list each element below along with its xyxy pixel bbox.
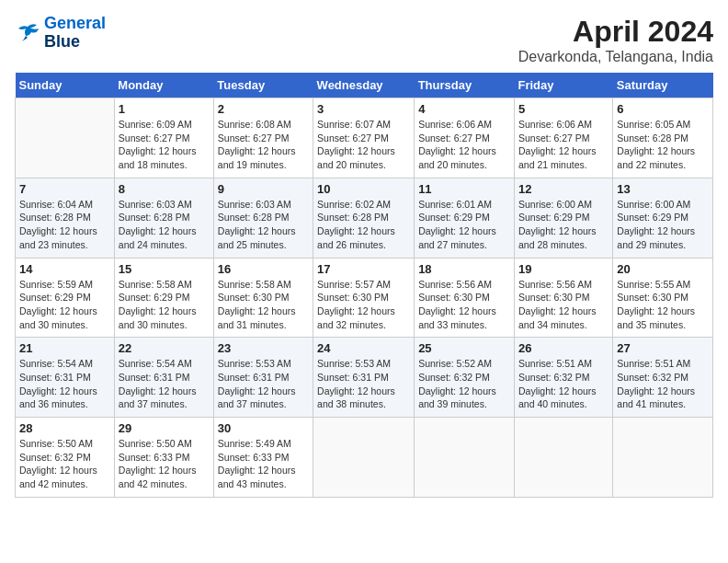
day-number: 26 (518, 341, 609, 355)
calendar-subtitle: Devarkonda, Telangana, India (518, 49, 713, 65)
calendar-cell: 12 Sunrise: 6:00 AMSunset: 6:29 PMDaylig… (514, 178, 612, 258)
day-info: Sunrise: 6:09 AMSunset: 6:27 PMDaylight:… (119, 118, 210, 172)
calendar-cell: 17 Sunrise: 5:57 AMSunset: 6:30 PMDaylig… (313, 258, 415, 338)
day-info: Sunrise: 6:04 AMSunset: 6:28 PMDaylight:… (19, 198, 110, 252)
day-number: 8 (119, 182, 210, 196)
calendar-cell: 24 Sunrise: 5:53 AMSunset: 6:31 PMDaylig… (313, 338, 415, 418)
calendar-cell: 1 Sunrise: 6:09 AMSunset: 6:27 PMDayligh… (114, 98, 213, 178)
logo: GeneralBlue (15, 15, 106, 52)
day-info: Sunrise: 5:51 AMSunset: 6:32 PMDaylight:… (617, 357, 709, 411)
day-info: Sunrise: 5:52 AMSunset: 6:32 PMDaylight:… (418, 357, 510, 411)
day-info: Sunrise: 6:07 AMSunset: 6:27 PMDaylight:… (317, 118, 410, 172)
day-info: Sunrise: 6:02 AMSunset: 6:28 PMDaylight:… (317, 198, 410, 252)
day-number: 11 (418, 182, 510, 196)
day-number: 3 (317, 102, 410, 116)
calendar-cell: 29 Sunrise: 5:50 AMSunset: 6:33 PMDaylig… (114, 418, 213, 498)
calendar-cell (415, 418, 515, 498)
calendar-cell: 22 Sunrise: 5:54 AMSunset: 6:31 PMDaylig… (114, 338, 213, 418)
day-info: Sunrise: 5:59 AMSunset: 6:29 PMDaylight:… (19, 278, 110, 332)
day-number: 23 (218, 341, 309, 355)
day-info: Sunrise: 5:50 AMSunset: 6:32 PMDaylight:… (19, 437, 110, 491)
day-number: 22 (119, 341, 210, 355)
logo-icon (15, 23, 40, 43)
weekday-header-monday: Monday (114, 73, 213, 98)
calendar-cell: 23 Sunrise: 5:53 AMSunset: 6:31 PMDaylig… (213, 338, 313, 418)
calendar-cell: 5 Sunrise: 6:06 AMSunset: 6:27 PMDayligh… (514, 98, 612, 178)
day-info: Sunrise: 5:55 AMSunset: 6:30 PMDaylight:… (617, 278, 709, 332)
day-info: Sunrise: 5:58 AMSunset: 6:29 PMDaylight:… (119, 278, 210, 332)
day-info: Sunrise: 6:06 AMSunset: 6:27 PMDaylight:… (518, 118, 609, 172)
day-number: 14 (19, 262, 110, 276)
day-number: 20 (617, 262, 709, 276)
calendar-cell: 26 Sunrise: 5:51 AMSunset: 6:32 PMDaylig… (514, 338, 612, 418)
day-info: Sunrise: 6:01 AMSunset: 6:29 PMDaylight:… (418, 198, 510, 252)
calendar-cell: 16 Sunrise: 5:58 AMSunset: 6:30 PMDaylig… (213, 258, 313, 338)
day-info: Sunrise: 5:49 AMSunset: 6:33 PMDaylight:… (218, 437, 309, 491)
day-number: 1 (119, 102, 210, 116)
day-info: Sunrise: 6:03 AMSunset: 6:28 PMDaylight:… (119, 198, 210, 252)
day-number: 30 (218, 421, 309, 435)
calendar-cell: 8 Sunrise: 6:03 AMSunset: 6:28 PMDayligh… (114, 178, 213, 258)
weekday-header-thursday: Thursday (415, 73, 515, 98)
day-number: 7 (19, 182, 110, 196)
day-number: 10 (317, 182, 410, 196)
calendar-cell: 21 Sunrise: 5:54 AMSunset: 6:31 PMDaylig… (16, 338, 115, 418)
day-info: Sunrise: 6:08 AMSunset: 6:27 PMDaylight:… (218, 118, 309, 172)
title-block: April 2024 Devarkonda, Telangana, India (518, 15, 713, 65)
day-info: Sunrise: 6:03 AMSunset: 6:28 PMDaylight:… (218, 198, 309, 252)
calendar-header-row: SundayMondayTuesdayWednesdayThursdayFrid… (16, 73, 713, 98)
day-info: Sunrise: 5:54 AMSunset: 6:31 PMDaylight:… (119, 357, 210, 411)
calendar-cell: 15 Sunrise: 5:58 AMSunset: 6:29 PMDaylig… (114, 258, 213, 338)
day-info: Sunrise: 5:57 AMSunset: 6:30 PMDaylight:… (317, 278, 410, 332)
page-header: GeneralBlue April 2024 Devarkonda, Telan… (15, 15, 713, 65)
day-info: Sunrise: 5:54 AMSunset: 6:31 PMDaylight:… (19, 357, 110, 411)
calendar-cell: 28 Sunrise: 5:50 AMSunset: 6:32 PMDaylig… (16, 418, 115, 498)
day-info: Sunrise: 5:53 AMSunset: 6:31 PMDaylight:… (317, 357, 410, 411)
calendar-cell: 11 Sunrise: 6:01 AMSunset: 6:29 PMDaylig… (415, 178, 515, 258)
day-number: 21 (19, 341, 110, 355)
calendar-cell: 25 Sunrise: 5:52 AMSunset: 6:32 PMDaylig… (415, 338, 515, 418)
day-info: Sunrise: 5:53 AMSunset: 6:31 PMDaylight:… (218, 357, 309, 411)
weekday-header-wednesday: Wednesday (313, 73, 415, 98)
day-number: 17 (317, 262, 410, 276)
day-number: 18 (418, 262, 510, 276)
calendar-cell: 19 Sunrise: 5:56 AMSunset: 6:30 PMDaylig… (514, 258, 612, 338)
day-number: 25 (418, 341, 510, 355)
day-number: 15 (119, 262, 210, 276)
day-number: 13 (617, 182, 709, 196)
day-number: 2 (218, 102, 309, 116)
day-info: Sunrise: 6:00 AMSunset: 6:29 PMDaylight:… (617, 198, 709, 252)
day-number: 4 (418, 102, 510, 116)
calendar-cell: 27 Sunrise: 5:51 AMSunset: 6:32 PMDaylig… (613, 338, 713, 418)
day-number: 5 (518, 102, 609, 116)
calendar-cell: 18 Sunrise: 5:56 AMSunset: 6:30 PMDaylig… (415, 258, 515, 338)
day-number: 9 (218, 182, 309, 196)
calendar-cell: 3 Sunrise: 6:07 AMSunset: 6:27 PMDayligh… (313, 98, 415, 178)
calendar-body: 1 Sunrise: 6:09 AMSunset: 6:27 PMDayligh… (16, 98, 713, 498)
calendar-week-3: 14 Sunrise: 5:59 AMSunset: 6:29 PMDaylig… (16, 258, 713, 338)
weekday-header-friday: Friday (514, 73, 612, 98)
calendar-cell: 10 Sunrise: 6:02 AMSunset: 6:28 PMDaylig… (313, 178, 415, 258)
day-info: Sunrise: 5:58 AMSunset: 6:30 PMDaylight:… (218, 278, 309, 332)
day-number: 24 (317, 341, 410, 355)
day-number: 19 (518, 262, 609, 276)
calendar-cell: 14 Sunrise: 5:59 AMSunset: 6:29 PMDaylig… (16, 258, 115, 338)
calendar-week-2: 7 Sunrise: 6:04 AMSunset: 6:28 PMDayligh… (16, 178, 713, 258)
day-info: Sunrise: 6:00 AMSunset: 6:29 PMDaylight:… (518, 198, 609, 252)
calendar-cell (514, 418, 612, 498)
day-info: Sunrise: 5:56 AMSunset: 6:30 PMDaylight:… (518, 278, 609, 332)
logo-text: GeneralBlue (44, 15, 106, 52)
calendar-cell (613, 418, 713, 498)
calendar-cell: 6 Sunrise: 6:05 AMSunset: 6:28 PMDayligh… (613, 98, 713, 178)
weekday-header-saturday: Saturday (613, 73, 713, 98)
calendar-cell: 7 Sunrise: 6:04 AMSunset: 6:28 PMDayligh… (16, 178, 115, 258)
calendar-week-5: 28 Sunrise: 5:50 AMSunset: 6:32 PMDaylig… (16, 418, 713, 498)
calendar-week-4: 21 Sunrise: 5:54 AMSunset: 6:31 PMDaylig… (16, 338, 713, 418)
day-number: 27 (617, 341, 709, 355)
day-info: Sunrise: 5:51 AMSunset: 6:32 PMDaylight:… (518, 357, 609, 411)
calendar-cell: 4 Sunrise: 6:06 AMSunset: 6:27 PMDayligh… (415, 98, 515, 178)
calendar-cell: 30 Sunrise: 5:49 AMSunset: 6:33 PMDaylig… (213, 418, 313, 498)
calendar-cell: 13 Sunrise: 6:00 AMSunset: 6:29 PMDaylig… (613, 178, 713, 258)
weekday-header-tuesday: Tuesday (213, 73, 313, 98)
calendar-title: April 2024 (518, 15, 713, 49)
